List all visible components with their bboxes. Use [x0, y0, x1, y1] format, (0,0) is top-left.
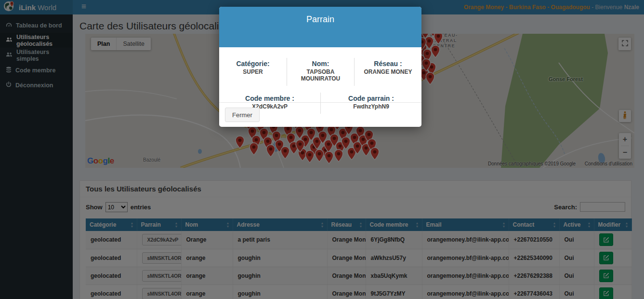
- field-reseau: Réseau : ORANGE MONEY: [354, 58, 421, 86]
- modal-header: Parrain: [219, 7, 421, 47]
- close-modal-button[interactable]: Fermer: [225, 108, 260, 122]
- parrain-modal: Parrain Catégorie: SUPER Nom: TAPSOBA MO…: [219, 7, 421, 127]
- app-window: iLink World ≡ Orange Money - Burkina Fas…: [0, 0, 644, 299]
- modal-title: Parrain: [219, 7, 421, 25]
- field-categorie: Catégorie: SUPER: [219, 58, 287, 86]
- field-nom: Nom: TAPSOBA MOUNIRATOU: [287, 58, 354, 86]
- field-code-parrain: Code parrain : FwdhzYphN9: [320, 93, 421, 114]
- modal-body: Catégorie: SUPER Nom: TAPSOBA MOUNIRATOU…: [219, 47, 421, 102]
